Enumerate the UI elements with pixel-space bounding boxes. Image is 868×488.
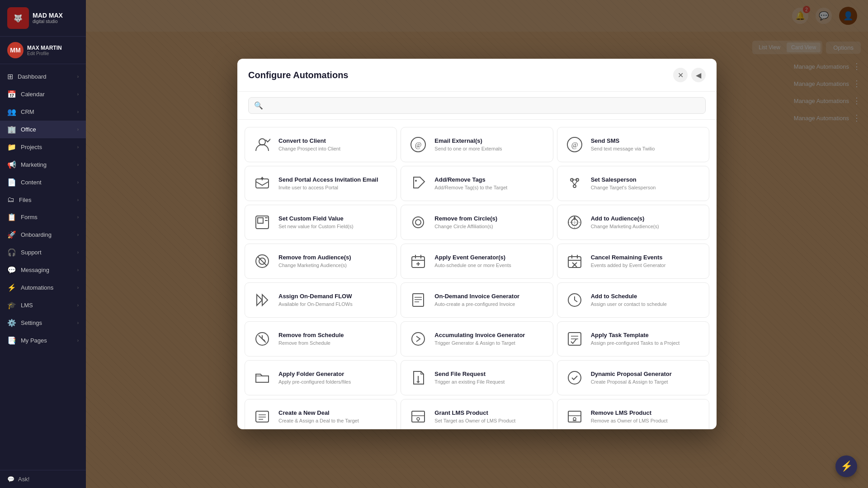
sidebar-item-my-pages[interactable]: 📑 My Pages › (0, 332, 86, 349)
automation-title-remove-from-schedule: Remove from Schedule (278, 332, 344, 338)
sidebar-item-support[interactable]: 🎧 Support › (0, 244, 86, 261)
modal-close-button[interactable]: ✕ (673, 68, 688, 82)
automation-desc-remove-from-audiences: Change Marketing Audience(s) (278, 262, 351, 268)
automation-card-grant-lms-product[interactable]: Grant LMS Product Set Target as Owner of… (401, 399, 553, 429)
automation-title-set-salesperson: Set Salesperson (591, 176, 656, 183)
automation-card-send-file-request[interactable]: Send File Request Trigger an existing Fi… (401, 360, 553, 395)
search-icon: 🔍 (254, 101, 263, 110)
sidebar-item-settings[interactable]: ⚙️ Settings › (0, 314, 86, 332)
automation-icon-assign-on-demand-flow (252, 290, 272, 310)
lightning-button[interactable]: ⚡ (835, 455, 857, 477)
sidebar-item-projects[interactable]: 📁 Projects › (0, 138, 86, 156)
automation-card-remove-lms-product[interactable]: Remove LMS Product Remove as Owner of LM… (557, 399, 709, 429)
automation-card-accumulating-invoice-generator[interactable]: Accumulating Invoice Generator Trigger G… (401, 321, 553, 357)
user-profile-area[interactable]: MM MAX MARTIN Edit Profile (0, 37, 86, 64)
sidebar-item-crm[interactable]: 👥 CRM › (0, 103, 86, 121)
logo-icon: 🐺 (7, 7, 29, 29)
automation-title-create-new-deal: Create a New Deal (278, 409, 359, 416)
ask-button[interactable]: 💬 Ask! (7, 476, 79, 483)
chevron-icon: › (77, 197, 79, 202)
automation-card-assign-on-demand-flow[interactable]: Assign On-Demand FLOW Available for On-D… (245, 282, 397, 318)
chevron-icon: › (77, 92, 79, 97)
sidebar-item-messaging[interactable]: 💬 Messaging › (0, 261, 86, 279)
user-name: MAX MARTIN (27, 45, 62, 51)
automation-title-email-externals: Email External(s) (434, 137, 502, 144)
automation-card-apply-task-template[interactable]: Apply Task Template Assign pre-configure… (557, 321, 709, 357)
chevron-icon: › (77, 232, 79, 237)
automation-title-apply-task-template: Apply Task Template (591, 332, 680, 338)
sidebar-nav: ⊞ Dashboard › 📅 Calendar › 👥 CRM › 🏢 Off… (0, 64, 86, 470)
chevron-icon: › (77, 285, 79, 290)
edit-profile-link[interactable]: Edit Profile (27, 51, 62, 56)
automation-desc-create-new-deal: Create & Assign a Deal to the Target (278, 418, 359, 424)
automation-card-remove-from-audiences[interactable]: Remove from Audience(s) Change Marketing… (245, 244, 397, 279)
svg-marker-9 (260, 177, 264, 179)
automation-icon-create-new-deal (252, 407, 272, 427)
sidebar-item-dashboard[interactable]: ⊞ Dashboard › (0, 68, 86, 85)
ask-icon: 💬 (7, 476, 14, 483)
automation-card-email-externals[interactable]: @ Email External(s) Send to one or more … (401, 127, 553, 162)
automation-card-set-salesperson[interactable]: Set Salesperson Change Target's Salesper… (557, 166, 709, 201)
automation-desc-send-file-request: Trigger an existing File Request (434, 379, 505, 385)
sidebar-item-lms[interactable]: 🎓 LMS › (0, 296, 86, 314)
automation-icon-set-custom-field (252, 212, 272, 232)
sidebar-label-onboarding: Onboarding (21, 231, 52, 238)
modal-back-button[interactable]: ◀ (691, 68, 706, 82)
sidebar-item-files[interactable]: 🗂 Files › (0, 191, 86, 208)
sidebar-label-crm: CRM (21, 108, 34, 115)
sidebar-label-my-pages: My Pages (21, 337, 47, 344)
sidebar-item-onboarding[interactable]: 🚀 Onboarding › (0, 226, 86, 244)
automation-title-assign-on-demand-flow: Assign On-Demand FLOW (278, 293, 353, 300)
automation-card-remove-from-schedule[interactable]: Remove from Schedule Remove from Schedul… (245, 321, 397, 357)
automation-card-apply-event-generator[interactable]: Apply Event Generator(s) Auto-schedule o… (401, 244, 553, 279)
automation-desc-apply-task-template: Assign pre-configured Tasks to a Project (591, 340, 680, 346)
automation-card-cancel-remaining-events[interactable]: Cancel Remaining Events Events added by … (557, 244, 709, 279)
automation-desc-apply-event-generator: Auto-schedule one or more Events (434, 262, 511, 268)
automation-icon-send-sms: @ (565, 135, 585, 155)
automation-card-add-to-schedule[interactable]: Add to Schedule Assign user or contact t… (557, 282, 709, 318)
sidebar-item-calendar[interactable]: 📅 Calendar › (0, 85, 86, 103)
automation-icon-dynamic-proposal-generator (565, 368, 585, 388)
automation-card-send-sms[interactable]: @ Send SMS Send text message via Twilio (557, 127, 709, 162)
automation-card-remove-from-circles[interactable]: Remove from Circle(s) Change Circle Affi… (401, 205, 553, 240)
automation-title-send-sms: Send SMS (591, 137, 655, 144)
app-name: MAD MAX (33, 12, 63, 19)
modal-overlay: Configure Automations ✕ ◀ 🔍 Convert to C… (86, 0, 868, 488)
sidebar: 🐺 MAD MAX digital studio MM MAX MARTIN E… (0, 0, 86, 488)
automation-card-dynamic-proposal-generator[interactable]: Dynamic Proposal Generator Create Propos… (557, 360, 709, 395)
svg-point-13 (573, 185, 576, 188)
automation-card-apply-folder-generator[interactable]: Apply Folder Generator Apply pre-configu… (245, 360, 397, 395)
automation-icon-add-to-schedule (565, 290, 585, 310)
content-icon: 📄 (7, 178, 16, 187)
svg-point-21 (413, 217, 424, 228)
search-input[interactable] (267, 102, 700, 109)
automation-card-add-to-audiences[interactable]: Add to Audience(s) Change Marketing Audi… (557, 205, 709, 240)
automation-desc-add-to-audiences: Change Marketing Audience(s) (591, 223, 659, 230)
lms-icon: 🎓 (7, 301, 16, 310)
avatar: MM (7, 42, 24, 58)
sidebar-item-office[interactable]: 🏢 Office › (0, 121, 86, 138)
sidebar-footer: 💬 Ask! (0, 470, 86, 488)
automation-card-create-new-deal[interactable]: Create a New Deal Create & Assign a Deal… (245, 399, 397, 429)
automation-title-convert-to-client: Convert to Client (278, 137, 340, 144)
sidebar-item-marketing[interactable]: 📢 Marketing › (0, 156, 86, 174)
automation-card-send-portal-access[interactable]: Send Portal Access Invitation Email Invi… (245, 166, 397, 201)
automation-icon-apply-event-generator (408, 251, 428, 271)
svg-text:🐺: 🐺 (14, 14, 23, 23)
sidebar-item-automations[interactable]: ⚡ Automations › (0, 279, 86, 296)
automation-card-on-demand-invoice-generator[interactable]: On-Demand Invoice Generator Auto-create … (401, 282, 553, 318)
chevron-icon: › (77, 267, 79, 272)
svg-line-15 (575, 181, 577, 185)
automation-icon-on-demand-invoice-generator (408, 290, 428, 310)
automation-title-send-portal-access: Send Portal Access Invitation Email (278, 176, 378, 183)
automation-card-set-custom-field[interactable]: Set Custom Field Value Set new value for… (245, 205, 397, 240)
automation-card-add-remove-tags[interactable]: Add/Remove Tags Add/Remove Tag(s) to the… (401, 166, 553, 201)
automation-icon-set-salesperson (565, 174, 585, 193)
automation-title-apply-folder-generator: Apply Folder Generator (278, 371, 351, 377)
chevron-icon: › (77, 127, 79, 132)
automation-icon-remove-from-audiences (252, 251, 272, 271)
sidebar-label-files: Files (19, 197, 31, 203)
sidebar-item-forms[interactable]: 📋 Forms › (0, 208, 86, 226)
automation-card-convert-to-client[interactable]: Convert to Client Change Prospect into C… (245, 127, 397, 162)
sidebar-item-content[interactable]: 📄 Content › (0, 174, 86, 191)
